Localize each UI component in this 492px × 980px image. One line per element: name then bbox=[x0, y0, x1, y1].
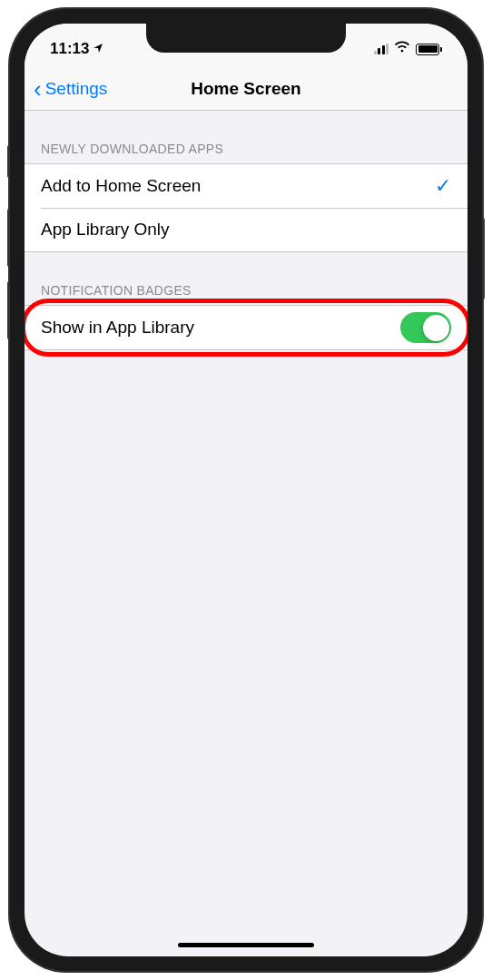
option-app-library-only[interactable]: App Library Only bbox=[25, 208, 467, 251]
option-label: Add to Home Screen bbox=[41, 176, 201, 196]
home-indicator[interactable] bbox=[178, 943, 314, 947]
silent-switch bbox=[7, 145, 10, 178]
volume-up-button bbox=[7, 209, 10, 267]
checkmark-icon: ✓ bbox=[435, 174, 451, 198]
section-header-notification-badges: Notification Badges bbox=[25, 252, 467, 305]
wifi-icon bbox=[394, 41, 410, 57]
section-header-newly-downloaded: Newly Downloaded Apps bbox=[25, 111, 467, 163]
screen: 11:13 bbox=[25, 24, 467, 956]
notch bbox=[146, 24, 346, 53]
battery-icon bbox=[416, 44, 442, 55]
back-button[interactable]: ‹ Settings bbox=[34, 77, 107, 101]
row-label: Show in App Library bbox=[41, 318, 194, 338]
back-label: Settings bbox=[45, 79, 108, 99]
page-title: Home Screen bbox=[191, 79, 300, 99]
navigation-bar: ‹ Settings Home Screen bbox=[25, 67, 467, 111]
toggle-knob bbox=[423, 315, 449, 341]
row-show-in-app-library[interactable]: Show in App Library bbox=[25, 306, 467, 349]
cellular-signal-icon bbox=[374, 44, 389, 54]
status-left: 11:13 bbox=[50, 40, 103, 58]
status-right bbox=[374, 41, 443, 57]
toggle-show-in-app-library[interactable] bbox=[400, 312, 451, 343]
option-label: App Library Only bbox=[41, 220, 170, 240]
status-time: 11:13 bbox=[50, 40, 89, 58]
location-icon bbox=[93, 43, 103, 56]
chevron-left-icon: ‹ bbox=[34, 77, 42, 101]
phone-frame: 11:13 bbox=[10, 9, 482, 971]
list-group-newly-downloaded: Add to Home Screen ✓ App Library Only bbox=[25, 163, 467, 252]
power-button bbox=[482, 218, 485, 299]
option-add-to-home-screen[interactable]: Add to Home Screen ✓ bbox=[25, 164, 467, 208]
list-group-notification-badges: Show in App Library bbox=[25, 305, 467, 350]
volume-down-button bbox=[7, 281, 10, 339]
content-area: Newly Downloaded Apps Add to Home Screen… bbox=[25, 111, 467, 350]
